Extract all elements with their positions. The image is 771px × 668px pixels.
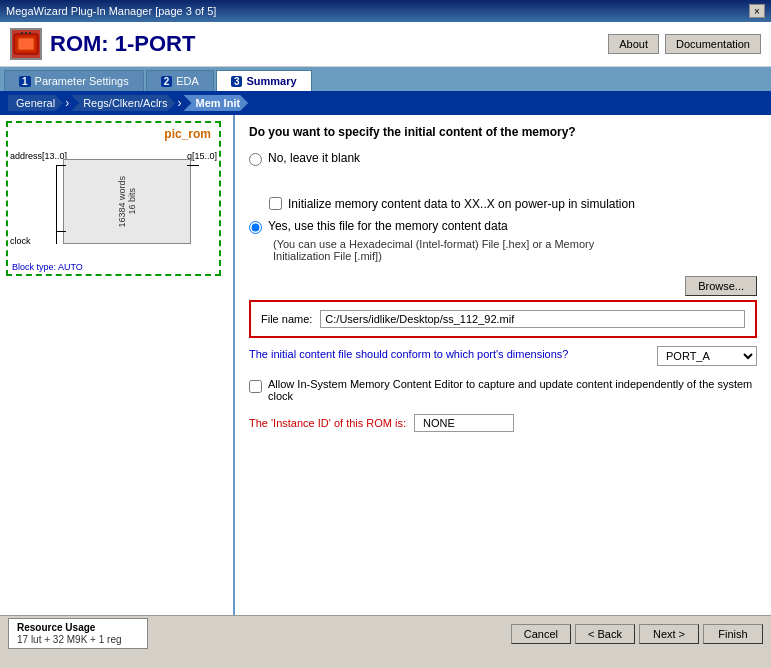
- diagram-panel: pic_rom address[13..0] q[15..0] clock 16…: [0, 115, 235, 615]
- radio-option-3: Yes, use this file for the memory conten…: [249, 219, 757, 234]
- conform-text: The initial content file should conform …: [249, 348, 568, 360]
- diagram-title: pic_rom: [164, 127, 211, 141]
- rom-icon: [10, 28, 42, 60]
- tabs-bar: 1 Parameter Settings 2 EDA 3 Summary: [0, 67, 771, 91]
- breadcrumb-bar: General › Regs/Clken/Aclrs › Mem Init: [0, 91, 771, 115]
- tab3-number: 3: [231, 76, 243, 87]
- nav-buttons: Cancel < Back Next > Finish: [511, 624, 763, 644]
- diagram-center: 16 bits 16384 words: [63, 159, 191, 244]
- connector-right: [187, 165, 199, 166]
- tab2-number: 2: [161, 76, 173, 87]
- radio-option-2-group: Initialize memory content data to XX..X …: [249, 174, 757, 211]
- content-panel: Do you want to specify the initial conte…: [235, 115, 771, 615]
- radio-use-file[interactable]: [249, 221, 262, 234]
- connector-left-bottom: [56, 231, 66, 232]
- hint-text: (You can use a Hexadecimal (Intel-format…: [249, 238, 757, 262]
- allow-checkbox[interactable]: [249, 380, 262, 393]
- breadcrumb-arrow-1: ›: [63, 96, 71, 110]
- radio-use-file-label: Yes, use this file for the memory conten…: [268, 219, 508, 233]
- tab1-number: 1: [19, 76, 31, 87]
- tab-summary[interactable]: 3 Summary: [216, 70, 312, 91]
- conform-row: The initial content file should conform …: [249, 346, 757, 366]
- file-label: File name:: [261, 313, 312, 325]
- checkbox-section: Initialize memory content data to XX..X …: [249, 197, 757, 211]
- instance-input[interactable]: [414, 414, 514, 432]
- page-title: ROM: 1-PORT: [50, 31, 195, 57]
- back-button[interactable]: < Back: [575, 624, 635, 644]
- conform-select[interactable]: PORT_A: [657, 346, 757, 366]
- resource-title: Resource Usage: [17, 622, 139, 633]
- next-button[interactable]: Next >: [639, 624, 699, 644]
- tab-eda[interactable]: 2 EDA: [146, 70, 214, 91]
- finish-button[interactable]: Finish: [703, 624, 763, 644]
- breadcrumb-arrow-2: ›: [176, 96, 184, 110]
- about-button[interactable]: About: [608, 34, 659, 54]
- radio-option-1: No, leave it blank: [249, 151, 757, 166]
- radio-option-2: [249, 174, 757, 189]
- connector-left-top: [56, 165, 66, 166]
- tab2-label: EDA: [176, 75, 199, 87]
- close-button[interactable]: ×: [749, 4, 765, 18]
- tab-parameter-settings[interactable]: 1 Parameter Settings: [4, 70, 144, 91]
- diagram-rotated-text: 16 bits 16384 words: [117, 176, 137, 228]
- instance-row: The 'Instance ID' of this ROM is:: [249, 414, 757, 432]
- file-input[interactable]: [320, 310, 745, 328]
- file-section: File name:: [249, 300, 757, 338]
- header-left: ROM: 1-PORT: [10, 28, 195, 60]
- header: ROM: 1-PORT About Documentation: [0, 22, 771, 67]
- q-label: q[15..0]: [187, 151, 217, 161]
- radio-blank-label: No, leave it blank: [268, 151, 360, 165]
- block-type-label: Block type: AUTO: [12, 262, 83, 272]
- radio-blank[interactable]: [249, 153, 262, 166]
- main-area: pic_rom address[13..0] q[15..0] clock 16…: [0, 115, 771, 615]
- header-buttons: About Documentation: [608, 34, 761, 54]
- tab3-label: Summary: [246, 75, 296, 87]
- instance-label: The 'Instance ID' of this ROM is:: [249, 417, 406, 429]
- file-row: File name:: [261, 310, 745, 328]
- cancel-button[interactable]: Cancel: [511, 624, 571, 644]
- connector-vertical: [56, 165, 57, 244]
- allow-label: Allow In-System Memory Content Editor to…: [268, 378, 757, 402]
- breadcrumb-regs[interactable]: Regs/Clken/Aclrs: [71, 95, 175, 111]
- breadcrumb-meminit[interactable]: Mem Init: [184, 95, 249, 111]
- allow-section: Allow In-System Memory Content Editor to…: [249, 378, 757, 402]
- bottom-bar: Resource Usage 17 lut + 32 M9K + 1 reg C…: [0, 615, 771, 651]
- svg-rect-1: [18, 38, 34, 50]
- title-bar-text: MegaWizard Plug-In Manager [page 3 of 5]: [6, 5, 216, 17]
- clock-label: clock: [10, 236, 31, 246]
- diagram-box: pic_rom address[13..0] q[15..0] clock 16…: [6, 121, 221, 276]
- resource-values: 17 lut + 32 M9K + 1 reg: [17, 634, 139, 645]
- resource-box: Resource Usage 17 lut + 32 M9K + 1 reg: [8, 618, 148, 649]
- browse-row: Browse...: [249, 276, 757, 296]
- checkbox-initialize[interactable]: [269, 197, 282, 210]
- tab1-label: Parameter Settings: [35, 75, 129, 87]
- checkbox-label: Initialize memory content data to XX..X …: [288, 197, 635, 211]
- breadcrumb-general[interactable]: General: [8, 95, 63, 111]
- address-label: address[13..0]: [10, 151, 67, 161]
- browse-button[interactable]: Browse...: [685, 276, 757, 296]
- documentation-button[interactable]: Documentation: [665, 34, 761, 54]
- question-text: Do you want to specify the initial conte…: [249, 125, 757, 139]
- title-bar: MegaWizard Plug-In Manager [page 3 of 5]…: [0, 0, 771, 22]
